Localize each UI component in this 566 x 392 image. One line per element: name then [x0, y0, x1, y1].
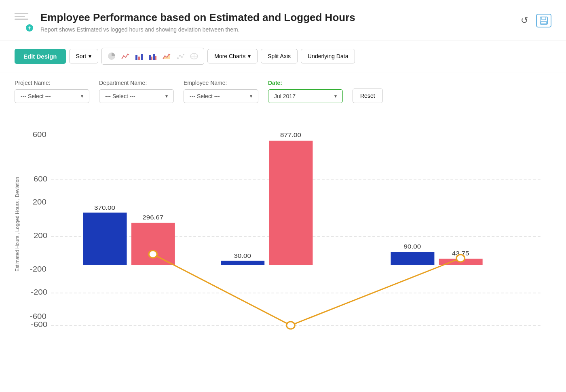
header-text-block: Employee Performance based on Estimated … — [40, 11, 511, 33]
svg-text:877.00: 877.00 — [280, 131, 301, 138]
date-select-caret: ▾ — [334, 93, 337, 99]
employee-name-label: Employee Name: — [184, 80, 258, 86]
header-icon: + — [15, 13, 34, 32]
department-name-filter: Department Name: --- Select --- ▾ — [99, 80, 174, 103]
line-chart-icon[interactable] — [119, 50, 132, 63]
pie-chart-icon[interactable] — [105, 50, 118, 63]
line-point-1 — [149, 251, 157, 258]
department-select-value: --- Select --- — [105, 93, 135, 99]
svg-text:200: 200 — [33, 198, 46, 206]
svg-text:296.67: 296.67 — [142, 214, 163, 221]
page-subtitle: Report shows Estimated vs logged hours a… — [40, 26, 511, 33]
svg-rect-1 — [542, 17, 546, 20]
svg-text:-600: -600 — [31, 320, 47, 329]
sort-label: Sort — [76, 53, 87, 59]
svg-text:-600: -600 — [30, 312, 46, 320]
line-point-2 — [287, 322, 295, 329]
map-chart-icon[interactable] — [188, 50, 201, 63]
grouped-bar-chart-icon[interactable] — [146, 50, 159, 63]
more-charts-label: More Charts — [214, 53, 245, 59]
svg-text:600: 600 — [33, 131, 46, 139]
svg-rect-8 — [153, 54, 155, 60]
svg-text:-200: -200 — [30, 265, 46, 273]
svg-text:90.00: 90.00 — [404, 243, 421, 250]
chart-svg: 600 200 -200 -600 600 200 -200 -600 — [23, 111, 551, 337]
combo-chart-icon[interactable] — [160, 50, 173, 63]
svg-rect-2 — [541, 21, 547, 24]
filters-bar: Project Name: --- Select --- ▾ Departmen… — [0, 72, 566, 107]
department-name-select[interactable]: --- Select --- ▾ — [99, 89, 174, 103]
svg-text:200: 200 — [34, 232, 47, 240]
svg-rect-4 — [138, 57, 140, 60]
employee-select-caret: ▾ — [250, 93, 252, 99]
more-charts-button[interactable]: More Charts ▾ — [207, 49, 258, 63]
toolbar: Edit Design Sort ▾ — [0, 40, 566, 72]
split-axis-button[interactable]: Split Axis — [261, 49, 298, 63]
employee-name-select[interactable]: --- Select --- ▾ — [184, 89, 258, 103]
save-button[interactable] — [536, 14, 551, 27]
date-filter: Date: Jul 2017 ▾ — [268, 80, 343, 103]
employee-name-filter: Employee Name: --- Select --- ▾ — [184, 80, 258, 103]
add-icon[interactable]: + — [26, 24, 33, 32]
svg-rect-9 — [155, 56, 156, 60]
bar-g3-blue — [391, 252, 435, 265]
svg-rect-5 — [141, 54, 143, 60]
page-header: + Employee Performance based on Estimate… — [0, 0, 566, 40]
department-select-caret: ▾ — [165, 93, 168, 99]
project-select-caret: ▾ — [81, 93, 83, 99]
reload-button[interactable]: ↺ — [517, 14, 531, 27]
edit-design-button[interactable]: Edit Design — [15, 49, 66, 64]
svg-rect-7 — [151, 57, 152, 60]
svg-rect-3 — [135, 55, 137, 60]
chart-container: 600 200 -200 -600 600 200 -200 -600 — [23, 111, 551, 337]
header-actions: ↺ — [517, 14, 551, 27]
svg-rect-6 — [149, 55, 151, 60]
sort-button[interactable]: Sort ▾ — [69, 49, 99, 63]
scatter-chart-icon[interactable] — [174, 50, 187, 63]
bar-g2-blue — [221, 261, 264, 265]
project-name-label: Project Name: — [15, 80, 89, 86]
department-name-label: Department Name: — [99, 80, 174, 86]
svg-point-13 — [181, 56, 183, 58]
svg-point-11 — [177, 57, 179, 59]
bar-g1-blue — [83, 213, 127, 265]
employee-select-value: --- Select --- — [190, 93, 220, 99]
svg-text:-200: -200 — [31, 288, 47, 296]
sort-caret-icon: ▾ — [89, 53, 91, 59]
underlying-data-button[interactable]: Underlying Data — [301, 49, 355, 63]
date-select-value: Jul 2017 — [274, 93, 296, 99]
svg-text:30.00: 30.00 — [234, 252, 251, 259]
chart-area: Estimated Hours , Logged Hours , Deviati… — [0, 107, 566, 346]
date-select[interactable]: Jul 2017 ▾ — [268, 89, 343, 103]
svg-text:370.00: 370.00 — [94, 204, 115, 211]
chart-type-selector — [101, 48, 204, 65]
project-name-filter: Project Name: --- Select --- ▾ — [15, 80, 89, 103]
line-point-3 — [456, 255, 465, 262]
y-axis-label: Estimated Hours , Logged Hours , Deviati… — [15, 111, 23, 337]
svg-point-14 — [183, 54, 184, 55]
page-title: Employee Performance based on Estimated … — [40, 11, 511, 24]
bar-chart-icon[interactable] — [133, 50, 146, 63]
project-select-value: --- Select --- — [21, 93, 51, 99]
date-label: Date: — [268, 80, 343, 86]
bar-g2-red — [269, 141, 313, 265]
svg-point-12 — [179, 55, 181, 57]
project-name-select[interactable]: --- Select --- ▾ — [15, 89, 89, 103]
svg-text:600: 600 — [34, 175, 47, 183]
reset-button[interactable]: Reset — [353, 89, 383, 103]
more-charts-caret-icon: ▾ — [248, 53, 251, 59]
